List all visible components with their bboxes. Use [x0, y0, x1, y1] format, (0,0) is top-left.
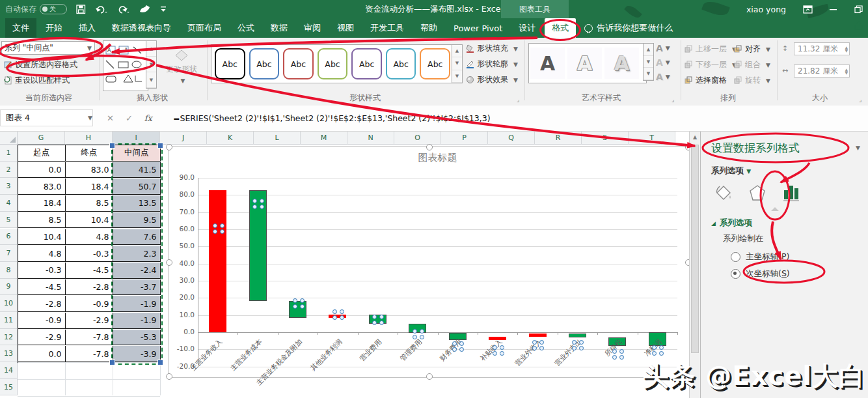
- selection-handle[interactable]: [109, 143, 115, 149]
- table-cell[interactable]: -7.8: [66, 346, 113, 362]
- radio-selected-icon[interactable]: [731, 269, 740, 279]
- primary-axis-radio[interactable]: 主坐标轴(P): [731, 251, 789, 263]
- selected-point-marker[interactable]: [572, 340, 583, 350]
- gallery-more-icon[interactable]: ▼: [644, 68, 653, 80]
- tab-开始[interactable]: 开始: [38, 18, 70, 38]
- column-header-P[interactable]: P: [441, 132, 488, 145]
- wordart-gallery[interactable]: A A A: [528, 43, 647, 83]
- fill-line-tab-icon[interactable]: [714, 181, 733, 203]
- column-header-H[interactable]: H: [65, 132, 113, 145]
- scroll-down-icon[interactable]: ▼: [146, 57, 156, 72]
- autosave-toggle[interactable]: 自动保存 关: [5, 4, 67, 15]
- spinner-icons[interactable]: ▲▼: [845, 68, 848, 74]
- shape-styles-scroll[interactable]: ▲▼▼: [452, 44, 463, 83]
- enter-icon[interactable]: ✓: [126, 113, 133, 123]
- table-cell[interactable]: -4.5: [18, 279, 66, 296]
- column-header-L[interactable]: L: [254, 132, 301, 145]
- row-header-11[interactable]: 11: [0, 312, 18, 329]
- arrange-对齐[interactable]: 对齐▼: [734, 44, 770, 55]
- chart-selection-handle[interactable]: [166, 259, 172, 266]
- row-header-13[interactable]: 13: [0, 345, 18, 362]
- selected-point-marker[interactable]: [293, 298, 304, 308]
- redo-icon[interactable]: [117, 5, 130, 14]
- shape-styles-gallery[interactable]: AbcAbcAbcAbcAbcAbcAbc: [211, 44, 454, 83]
- shapes-scroll-strip[interactable]: ▲▼▼: [146, 40, 157, 89]
- waterfall-bar-营业外收入[interactable]: [529, 334, 547, 337]
- ribbon-display-options-icon[interactable]: [803, 5, 813, 14]
- column-header-M[interactable]: M: [301, 132, 347, 145]
- column-header-N[interactable]: N: [347, 132, 394, 145]
- user-name[interactable]: xiao yong: [746, 5, 786, 14]
- selection-handle[interactable]: [157, 360, 163, 365]
- pane-menu-chevron-icon[interactable]: ▼: [856, 145, 860, 151]
- selected-point-marker[interactable]: [612, 349, 623, 359]
- column-header-R[interactable]: R: [535, 132, 582, 145]
- wordart-scroll[interactable]: ▲▼▼: [643, 43, 654, 81]
- tab-公式[interactable]: 公式: [230, 18, 262, 38]
- table-cell[interactable]: -2.8: [66, 279, 113, 296]
- row-header-4[interactable]: 4: [0, 195, 18, 212]
- tab-格式[interactable]: 格式: [545, 18, 576, 38]
- scrollbar-thumb[interactable]: [691, 145, 699, 353]
- effects-tab-icon[interactable]: [748, 181, 767, 203]
- row-header-15[interactable]: 15: [0, 379, 18, 396]
- column-header-O[interactable]: O: [394, 132, 441, 145]
- minimize-button[interactable]: [830, 5, 837, 13]
- column-header-J[interactable]: J: [160, 132, 207, 145]
- format-selection-button[interactable]: 设置所选内容格式: [4, 59, 77, 70]
- table-cell[interactable]: 18.4: [18, 195, 66, 212]
- scroll-down-icon[interactable]: ▼: [452, 57, 462, 70]
- waterfall-chart[interactable]: 图表标题90.080.070.060.050.040.030.020.010.0…: [168, 146, 690, 378]
- share-icon[interactable]: [854, 21, 864, 33]
- table-cell[interactable]: -2.9: [18, 330, 66, 346]
- tab-插入[interactable]: 插入: [72, 18, 103, 38]
- selected-point-marker[interactable]: [532, 340, 543, 350]
- shape-style-7[interactable]: Abc: [420, 48, 450, 79]
- customize-qat-icon[interactable]: [160, 5, 167, 13]
- table-cell[interactable]: -0.3: [18, 263, 66, 279]
- shape-outline-button[interactable]: 形状轮廓▼: [466, 59, 518, 70]
- shape-style-1[interactable]: Abc: [215, 48, 245, 79]
- row-header-5[interactable]: 5: [0, 212, 18, 229]
- text-outline-button[interactable]: A▼: [656, 57, 670, 68]
- shape-fill-button[interactable]: 形状填充▼: [466, 43, 518, 54]
- selected-point-marker[interactable]: [452, 341, 463, 351]
- tab-视图[interactable]: 视图: [330, 18, 361, 38]
- change-shape-button[interactable]: 更改形状 ▼: [161, 50, 202, 84]
- series-options-section[interactable]: ◢系列选项: [711, 218, 752, 229]
- size-dialog-launcher[interactable]: ⌟: [859, 96, 861, 103]
- secondary-axis-radio[interactable]: 次坐标轴(S): [731, 268, 790, 279]
- column-header-K[interactable]: K: [207, 132, 254, 145]
- row-header-7[interactable]: 7: [0, 245, 18, 262]
- select-all-corner[interactable]: [0, 132, 18, 145]
- table-cell[interactable]: 0.0: [18, 346, 66, 362]
- text-effects-button[interactable]: A▼: [656, 72, 670, 82]
- table-cell[interactable]: 4.8: [18, 246, 66, 262]
- table-cell[interactable]: 83.0: [66, 162, 113, 178]
- chart-selection-handle[interactable]: [166, 144, 172, 150]
- tab-Power Pivot[interactable]: Power Pivot: [446, 18, 509, 38]
- chart-title[interactable]: 图表标题: [198, 152, 677, 164]
- arrange-选择窗格[interactable]: 选择窗格: [685, 75, 727, 86]
- shape-styles-dialog-launcher[interactable]: ⌟: [517, 96, 519, 103]
- column-header-T[interactable]: T: [629, 132, 675, 145]
- row-header-9[interactable]: 9: [0, 279, 18, 296]
- shape-style-6[interactable]: Abc: [386, 48, 416, 79]
- wordart-style-2[interactable]: A: [567, 48, 602, 79]
- selected-point-marker[interactable]: [372, 315, 383, 324]
- scroll-up-icon[interactable]: ▲: [452, 45, 462, 57]
- table-cell[interactable]: 83.0: [18, 178, 66, 195]
- table-cell[interactable]: 4.8: [66, 229, 113, 246]
- gallery-more-icon[interactable]: ▼: [146, 72, 156, 88]
- text-fill-button[interactable]: A▼: [656, 43, 670, 53]
- selected-point-marker[interactable]: [252, 199, 264, 208]
- selection-handle[interactable]: [157, 143, 163, 149]
- spinner-icons[interactable]: ▲▼: [845, 46, 848, 52]
- tab-页面布局[interactable]: 页面布局: [180, 18, 228, 38]
- row-header-8[interactable]: 8: [0, 262, 18, 279]
- brush-flag-icon[interactable]: [139, 5, 151, 14]
- scroll-up-icon[interactable]: ▲: [644, 44, 653, 56]
- row-header-10[interactable]: 10: [0, 295, 18, 312]
- table-cell[interactable]: -4.5: [66, 263, 113, 279]
- table-cell[interactable]: -0.9: [18, 313, 66, 329]
